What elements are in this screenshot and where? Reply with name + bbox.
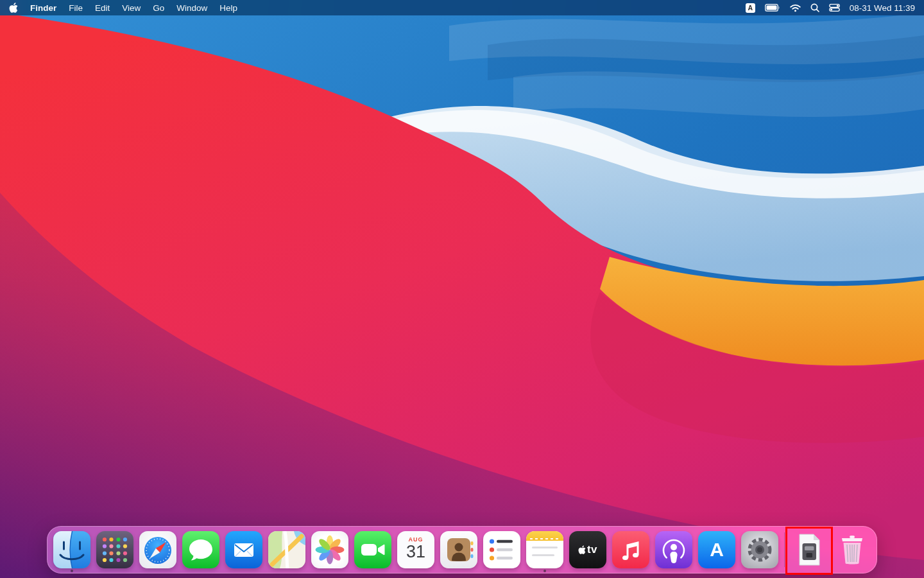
menu-finder[interactable]: Finder bbox=[30, 3, 56, 13]
dock-item-tv[interactable]: tv bbox=[569, 531, 606, 568]
menu-window[interactable]: Window bbox=[176, 3, 207, 13]
menu-bar-left: Finder File Edit View Go Window Help bbox=[9, 3, 237, 13]
mail-icon bbox=[225, 531, 262, 568]
menu-view[interactable]: View bbox=[122, 3, 141, 13]
dock-item-safari[interactable] bbox=[139, 531, 176, 568]
messages-bubble bbox=[182, 531, 219, 568]
launchpad-grid bbox=[96, 531, 133, 568]
messages-icon bbox=[182, 531, 219, 568]
dock-item-maps[interactable] bbox=[268, 531, 305, 568]
system-preferences-icon bbox=[741, 531, 778, 568]
dock-item-trash[interactable] bbox=[834, 531, 871, 568]
control-center-icon[interactable] bbox=[829, 4, 840, 12]
dock-item-calendar[interactable]: AUG 31 bbox=[397, 531, 434, 568]
wifi-glyph bbox=[790, 4, 801, 12]
launchpad-icon bbox=[96, 531, 133, 568]
dock-item-facetime[interactable] bbox=[354, 531, 391, 568]
finder-icon bbox=[53, 531, 90, 568]
dock: AUG 31 bbox=[47, 526, 877, 574]
battery-icon[interactable] bbox=[765, 4, 780, 12]
menu-file[interactable]: File bbox=[69, 3, 83, 13]
wifi-icon[interactable] bbox=[790, 4, 801, 12]
facetime-icon bbox=[354, 531, 391, 568]
photos-pinwheel bbox=[311, 531, 348, 568]
notes-icon bbox=[526, 531, 563, 568]
maps-icon bbox=[268, 531, 305, 568]
tv-label: tv bbox=[587, 543, 597, 556]
contacts-card bbox=[440, 531, 477, 568]
apple-menu[interactable] bbox=[9, 3, 18, 13]
dock-item-podcasts[interactable] bbox=[655, 531, 692, 568]
reminders-icon bbox=[483, 531, 520, 568]
menu-bar-status: A bbox=[746, 3, 915, 13]
document-page bbox=[791, 531, 828, 568]
dock-item-messages[interactable] bbox=[182, 531, 219, 568]
dock-item-contacts[interactable] bbox=[440, 531, 477, 568]
wallpaper bbox=[0, 0, 924, 578]
dock-item-music[interactable] bbox=[612, 531, 649, 568]
spotlight-glyph bbox=[810, 3, 819, 12]
menu-go[interactable]: Go bbox=[153, 3, 164, 13]
dock-item-document[interactable] bbox=[791, 531, 828, 568]
menu-bar-clock[interactable]: 08-31 Wed 11:39 bbox=[850, 3, 915, 13]
desktop: Finder File Edit View Go Window Help A bbox=[0, 0, 924, 578]
menu-help[interactable]: Help bbox=[219, 3, 237, 13]
maps-art bbox=[268, 531, 305, 568]
dock-wrap: AUG 31 bbox=[0, 526, 924, 574]
running-indicator bbox=[71, 570, 73, 572]
safari-icon bbox=[139, 531, 176, 568]
podcasts-figure bbox=[655, 531, 692, 568]
appstore-letter: A bbox=[710, 539, 724, 561]
mail-envelope bbox=[225, 531, 262, 568]
dock-item-notes[interactable] bbox=[526, 531, 563, 568]
dock-item-launchpad[interactable] bbox=[96, 531, 133, 568]
facetime-camera bbox=[354, 531, 391, 568]
photos-icon bbox=[311, 531, 348, 568]
trash-icon bbox=[834, 531, 871, 568]
battery-glyph bbox=[765, 4, 780, 12]
appstore-icon: A bbox=[698, 531, 735, 568]
music-icon bbox=[612, 531, 649, 568]
safari-compass bbox=[139, 531, 176, 568]
document-file-icon bbox=[791, 531, 828, 568]
input-source-icon[interactable]: A bbox=[746, 3, 755, 13]
dock-item-reminders[interactable] bbox=[483, 531, 520, 568]
apple-logo-icon bbox=[9, 3, 18, 13]
menu-bar: Finder File Edit View Go Window Help A bbox=[0, 0, 924, 15]
menu-edit[interactable]: Edit bbox=[95, 3, 110, 13]
running-indicator bbox=[543, 570, 546, 572]
notes-line bbox=[532, 547, 558, 548]
notes-line bbox=[532, 554, 554, 556]
calendar-icon: AUG 31 bbox=[397, 531, 434, 568]
apple-glyph bbox=[578, 545, 586, 555]
notes-yellow-strip bbox=[526, 531, 563, 541]
dock-item-photos[interactable] bbox=[311, 531, 348, 568]
calendar-day: 31 bbox=[406, 543, 425, 561]
gear-icon bbox=[741, 531, 778, 568]
dock-item-appstore[interactable]: A bbox=[698, 531, 735, 568]
music-note bbox=[612, 531, 649, 568]
dock-item-mail[interactable] bbox=[225, 531, 262, 568]
dock-item-finder[interactable] bbox=[53, 531, 90, 568]
podcasts-icon bbox=[655, 531, 692, 568]
reminders-list bbox=[483, 531, 520, 568]
control-center-glyph bbox=[829, 4, 840, 12]
spotlight-icon[interactable] bbox=[810, 3, 819, 12]
notes-perforation bbox=[530, 538, 560, 539]
finder-face bbox=[53, 531, 90, 568]
tv-icon: tv bbox=[569, 531, 606, 568]
contacts-icon bbox=[440, 531, 477, 568]
trash-bin bbox=[834, 531, 871, 568]
dock-separator bbox=[784, 532, 785, 567]
dock-item-system-preferences[interactable] bbox=[741, 531, 778, 568]
